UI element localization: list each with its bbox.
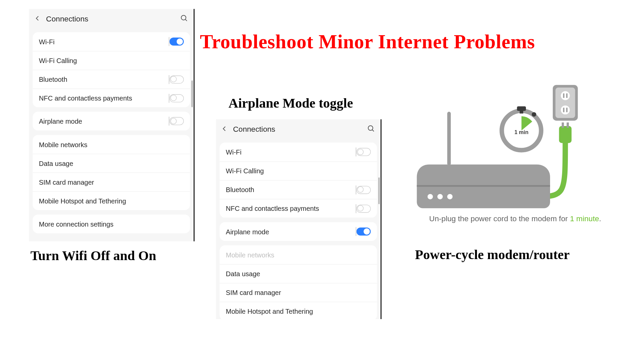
row-label: SIM card manager — [39, 178, 94, 186]
router-note: Un-plug the power cord to the modem for … — [408, 215, 623, 224]
search-icon[interactable] — [367, 124, 375, 135]
row-label: Mobile networks — [226, 251, 274, 259]
row-nfc[interactable]: NFC and contactless payments — [220, 199, 377, 218]
row-label: Wi-Fi — [226, 148, 241, 156]
bluetooth-toggle[interactable] — [169, 75, 184, 83]
row-wifi[interactable]: Wi-Fi — [33, 32, 190, 51]
svg-point-0 — [181, 15, 186, 20]
svg-line-1 — [185, 19, 187, 21]
back-icon[interactable] — [35, 15, 44, 24]
stopwatch-icon: 1 min — [502, 106, 541, 150]
timer-label: 1 min — [515, 129, 529, 135]
row-label: SIM card manager — [226, 289, 281, 296]
svg-rect-20 — [447, 112, 451, 165]
row-sim[interactable]: SIM card manager — [220, 283, 377, 302]
back-icon[interactable] — [221, 125, 231, 134]
row-mobile-networks: Mobile networks — [220, 245, 377, 264]
caption-wifi: Turn Wifi Off and On — [31, 248, 156, 263]
nfc-toggle[interactable] — [169, 94, 184, 102]
row-wifi-calling[interactable]: Wi-Fi Calling — [220, 161, 377, 180]
svg-rect-9 — [566, 94, 568, 98]
wifi-toggle[interactable] — [169, 38, 184, 46]
search-icon[interactable] — [180, 14, 188, 24]
row-label: Wi-Fi — [39, 38, 55, 46]
row-wifi[interactable]: Wi-Fi — [220, 142, 377, 161]
settings-group: Airplane mode — [220, 222, 377, 241]
phone-header: Connections — [216, 119, 381, 140]
svg-point-23 — [437, 194, 443, 199]
row-nfc[interactable]: NFC and contactless payments — [33, 88, 190, 107]
row-bluetooth[interactable]: Bluetooth — [33, 70, 190, 88]
phone-panel-airplane: Connections Wi-Fi Wi-Fi Calling Bluetoot… — [216, 119, 381, 319]
airplane-toggle[interactable] — [357, 228, 371, 236]
settings-group: Mobile networks Data usage SIM card mana… — [220, 245, 377, 319]
phone-panel-wifi: Connections Wi-Fi Wi-Fi Calling Bluetoot… — [29, 9, 195, 241]
svg-point-22 — [428, 194, 433, 199]
caption-airplane: Airplane Mode toggle — [228, 96, 353, 111]
row-label: Data usage — [39, 160, 73, 167]
settings-group: Wi-Fi Wi-Fi Calling Bluetooth NFC and co… — [33, 32, 190, 107]
row-mobile-networks[interactable]: Mobile networks — [33, 135, 190, 154]
svg-point-2 — [368, 125, 373, 130]
row-label: Mobile networks — [39, 140, 88, 148]
svg-line-3 — [372, 129, 374, 131]
svg-rect-8 — [563, 94, 565, 98]
settings-group: Wi-Fi Wi-Fi Calling Bluetooth NFC and co… — [220, 142, 377, 218]
svg-point-7 — [561, 106, 570, 115]
svg-rect-14 — [567, 122, 569, 128]
svg-rect-10 — [563, 108, 565, 112]
row-label: Data usage — [226, 270, 260, 278]
phone-header-title: Connections — [44, 15, 180, 24]
row-hotspot[interactable]: Mobile Hotspot and Tethering — [33, 191, 190, 210]
row-label: Airplane mode — [226, 228, 269, 235]
svg-rect-11 — [566, 108, 568, 112]
settings-group: Mobile networks Data usage SIM card mana… — [33, 135, 190, 210]
svg-point-19 — [532, 112, 536, 117]
airplane-toggle[interactable] — [169, 117, 184, 125]
row-wifi-calling[interactable]: Wi-Fi Calling — [33, 51, 190, 70]
svg-point-24 — [447, 194, 452, 199]
row-label: Mobile Hotspot and Tethering — [226, 307, 313, 315]
scrollbar[interactable] — [192, 80, 193, 107]
row-label: NFC and contactless payments — [39, 94, 132, 102]
row-label: Airplane mode — [39, 117, 82, 125]
svg-point-6 — [561, 91, 570, 100]
row-label: NFC and contactless payments — [226, 205, 319, 213]
row-label: Bluetooth — [39, 75, 67, 83]
row-label: Wi-Fi Calling — [226, 167, 264, 175]
row-hotspot[interactable]: Mobile Hotspot and Tethering — [220, 302, 377, 319]
bluetooth-toggle[interactable] — [357, 186, 371, 194]
scrollbar[interactable] — [378, 177, 380, 204]
nfc-toggle[interactable] — [357, 204, 371, 213]
svg-rect-13 — [562, 122, 564, 128]
row-label: More connection settings — [39, 220, 113, 228]
settings-group: More connection settings — [33, 215, 190, 233]
settings-group: Airplane mode — [33, 112, 190, 130]
phone-header: Connections — [29, 9, 194, 29]
row-label: Wi-Fi Calling — [39, 57, 77, 64]
row-data-usage[interactable]: Data usage — [33, 154, 190, 173]
wifi-toggle[interactable] — [357, 148, 371, 156]
caption-power: Power-cycle modem/router — [415, 247, 570, 262]
row-label: Bluetooth — [226, 186, 254, 194]
row-more[interactable]: More connection settings — [33, 215, 190, 233]
page-title: Troubleshoot Minor Internet Problems — [200, 31, 535, 53]
row-airplane[interactable]: Airplane mode — [33, 112, 190, 130]
phone-header-title: Connections — [231, 125, 367, 134]
row-sim[interactable]: SIM card manager — [33, 173, 190, 191]
row-bluetooth[interactable]: Bluetooth — [220, 180, 377, 199]
row-label: Mobile Hotspot and Tethering — [39, 197, 126, 205]
outlet-icon — [553, 85, 578, 121]
svg-rect-21 — [417, 185, 550, 187]
row-data-usage[interactable]: Data usage — [220, 264, 377, 283]
svg-rect-18 — [520, 110, 523, 114]
row-airplane[interactable]: Airplane mode — [220, 222, 377, 241]
router-illustration: 1 min Un-plug the power cord to the mode… — [412, 85, 626, 232]
